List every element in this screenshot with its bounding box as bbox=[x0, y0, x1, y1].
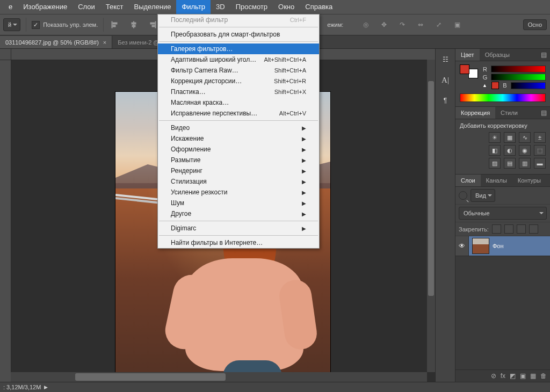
basics-button[interactable]: Осно bbox=[523, 19, 547, 30]
show-transform-controls[interactable]: ✓ Показать упр. элем. bbox=[32, 21, 98, 29]
menu-filter[interactable]: Фильтр bbox=[176, 0, 211, 14]
ruler-vertical[interactable] bbox=[0, 49, 11, 382]
new-group-icon[interactable]: ▣ bbox=[520, 372, 526, 380]
adj-invert-icon[interactable]: ▨ bbox=[489, 158, 501, 169]
slider-r[interactable] bbox=[491, 66, 546, 72]
menu-select[interactable]: Выделение bbox=[129, 0, 177, 14]
menu-stylize[interactable]: Стилизация▶ bbox=[158, 176, 319, 187]
adj-exposure-icon[interactable]: ± bbox=[534, 132, 546, 143]
adj-photo-filter-icon[interactable]: ◉ bbox=[519, 145, 531, 156]
layer-thumbnail[interactable] bbox=[472, 238, 489, 254]
align-hcenter-icon[interactable] bbox=[127, 18, 140, 31]
tab-styles[interactable]: Стили bbox=[495, 107, 523, 119]
3d-scale-icon[interactable]: ⤢ bbox=[432, 18, 445, 31]
adj-levels-icon[interactable]: ▦ bbox=[504, 132, 516, 143]
tab-layers[interactable]: Слои bbox=[455, 175, 481, 186]
menu-vanishing-point[interactable]: Исправление перспективы…Alt+Ctrl+V bbox=[158, 108, 319, 119]
menu-3d[interactable]: 3D bbox=[211, 0, 230, 14]
panel-menu-icon[interactable]: ▤ bbox=[538, 109, 550, 117]
adj-channel-mixer-icon[interactable]: ⬚ bbox=[534, 145, 546, 156]
menu-lens-correction[interactable]: Коррекция дисторсии…Shift+Ctrl+R bbox=[158, 76, 319, 86]
adj-brightness-icon[interactable]: ☀ bbox=[489, 132, 501, 143]
align-left-icon[interactable] bbox=[109, 18, 122, 31]
tool-preset-picker[interactable]: й bbox=[3, 18, 20, 31]
lock-move-icon[interactable] bbox=[517, 224, 526, 234]
menu-layers[interactable]: Слои bbox=[73, 0, 100, 14]
menu-camera-raw[interactable]: Фильтр Camera Raw…Shift+Ctrl+A bbox=[158, 65, 319, 76]
right-panels: Цвет Образцы ▤ R G ▲B Коррекция Стили ▤ … bbox=[455, 49, 550, 382]
lock-pixels-icon[interactable] bbox=[492, 224, 501, 234]
lock-position-icon[interactable] bbox=[504, 224, 513, 234]
menu-distort[interactable]: Искажение▶ bbox=[158, 133, 319, 144]
align-right-icon[interactable] bbox=[146, 18, 158, 31]
tab-paths[interactable]: Контуры bbox=[512, 175, 546, 186]
paragraph-icon[interactable]: ¶ bbox=[438, 94, 453, 107]
document-tab-1[interactable]: 03110496827.jpg @ 50% (RGB/8#) × bbox=[0, 36, 112, 48]
menu-window[interactable]: Окно bbox=[273, 0, 300, 14]
background-swatch[interactable] bbox=[468, 69, 478, 78]
menu-pixelate[interactable]: Оформление▶ bbox=[158, 144, 319, 155]
menu-render[interactable]: Рендеринг▶ bbox=[158, 165, 319, 176]
adj-curves-icon[interactable]: ∿ bbox=[519, 132, 531, 143]
menu-text[interactable]: Текст bbox=[100, 0, 129, 14]
adj-vibrance-icon[interactable]: ◧ bbox=[489, 145, 501, 156]
menu-view[interactable]: Просмотр bbox=[230, 0, 273, 14]
lock-all-icon[interactable] bbox=[529, 224, 538, 234]
menu-image[interactable]: Изображение bbox=[18, 0, 73, 14]
tab-swatches[interactable]: Образцы bbox=[480, 49, 515, 61]
blend-mode-select[interactable]: Обычные bbox=[459, 207, 547, 220]
3d-slide-icon[interactable]: ⇔ bbox=[414, 18, 427, 31]
adj-bw-icon[interactable]: ◐ bbox=[504, 145, 516, 156]
tab-channels[interactable]: Каналы bbox=[481, 175, 512, 186]
gamut-warning-icon[interactable] bbox=[491, 82, 499, 89]
menu-browse-online[interactable]: Найти фильтры в Интернете… bbox=[158, 237, 319, 248]
mask-icon[interactable]: ◩ bbox=[510, 372, 516, 380]
menu-adaptive-wide[interactable]: Адаптивный широкий угол…Alt+Shift+Ctrl+A bbox=[158, 54, 319, 65]
slider-g[interactable] bbox=[491, 74, 546, 81]
menu-oil-paint[interactable]: Масляная краска… bbox=[158, 97, 319, 108]
tab-color[interactable]: Цвет bbox=[455, 49, 480, 61]
eye-icon[interactable]: 👁 bbox=[455, 236, 469, 256]
filter-kind-select[interactable]: Вид bbox=[471, 189, 495, 202]
status-more-icon[interactable]: ▶ bbox=[44, 384, 48, 390]
menu-filter-gallery[interactable]: Галерея фильтров… bbox=[158, 43, 319, 54]
panel-menu-icon[interactable]: ▤ bbox=[538, 51, 550, 59]
close-icon[interactable]: × bbox=[103, 39, 106, 46]
scrollbar-horizontal[interactable] bbox=[11, 372, 427, 382]
3d-pan-icon[interactable]: ✥ bbox=[378, 18, 390, 31]
scrollbar-vertical[interactable] bbox=[427, 60, 435, 372]
menu-help[interactable]: Справка bbox=[300, 0, 338, 14]
menu-noise[interactable]: Шум▶ bbox=[158, 198, 319, 208]
delete-layer-icon[interactable]: 🗑 bbox=[540, 372, 547, 380]
menu-sharpen[interactable]: Усиление резкости▶ bbox=[158, 187, 319, 198]
history-icon[interactable]: ☷ bbox=[438, 53, 453, 66]
menu-digimarc[interactable]: Digimarc▶ bbox=[158, 223, 319, 234]
menu-last-filter[interactable]: Последний фильтрCtrl+F bbox=[158, 14, 319, 25]
3d-camera-icon[interactable]: ▣ bbox=[451, 18, 464, 31]
foreground-swatch[interactable] bbox=[460, 64, 469, 74]
adj-gradient-map-icon[interactable]: ▬ bbox=[534, 158, 546, 169]
hue-strip[interactable] bbox=[460, 93, 546, 102]
character-icon[interactable]: A| bbox=[438, 74, 453, 86]
menu-video[interactable]: Видео▶ bbox=[158, 122, 319, 133]
adj-threshold-icon[interactable]: ▥ bbox=[519, 158, 531, 169]
menu-liquify[interactable]: Пластика…Shift+Ctrl+X bbox=[158, 86, 319, 97]
link-layers-icon[interactable]: ⊘ bbox=[491, 372, 496, 380]
menu-convert-smart[interactable]: Преобразовать для смарт-фильтров bbox=[158, 29, 319, 40]
panel-menu-icon[interactable]: ▤ bbox=[546, 177, 550, 184]
3d-orbit-icon[interactable]: ◎ bbox=[359, 18, 372, 31]
menu-edit-cut[interactable]: е bbox=[3, 0, 18, 14]
3d-roll-icon[interactable]: ↷ bbox=[396, 18, 409, 31]
new-layer-icon[interactable]: ▦ bbox=[530, 372, 536, 380]
filter-search-icon[interactable] bbox=[459, 191, 467, 200]
tab-adjustments[interactable]: Коррекция bbox=[455, 107, 495, 119]
ruler-origin[interactable] bbox=[0, 49, 11, 60]
adj-posterize-icon[interactable]: ▤ bbox=[504, 158, 516, 169]
menu-other[interactable]: Другое▶ bbox=[158, 208, 319, 219]
slider-b[interactable] bbox=[511, 82, 546, 89]
layer-row[interactable]: 👁 Фон bbox=[455, 236, 550, 256]
layer-name[interactable]: Фон bbox=[493, 243, 504, 249]
menu-blur[interactable]: Размытие▶ bbox=[158, 155, 319, 165]
layers-empty-area bbox=[455, 256, 550, 369]
fx-icon[interactable]: fx bbox=[501, 372, 505, 380]
